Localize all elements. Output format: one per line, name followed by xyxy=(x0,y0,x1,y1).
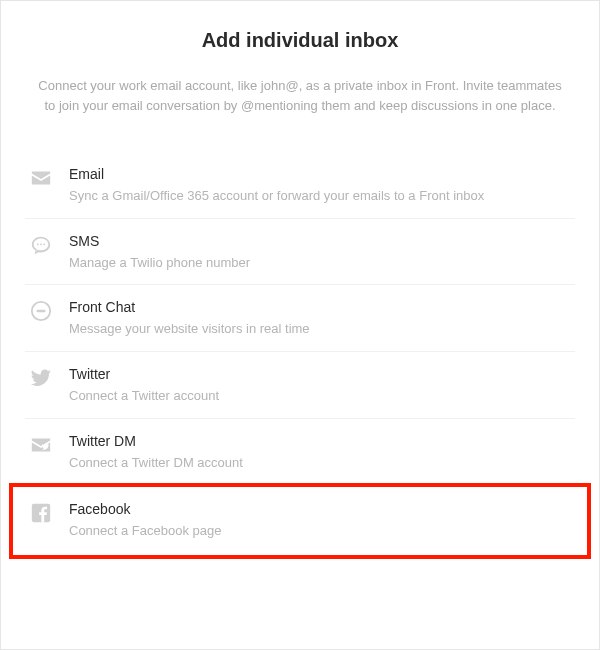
twitter-icon xyxy=(29,366,53,390)
channel-twitter[interactable]: Twitter Connect a Twitter account xyxy=(25,352,575,419)
channel-sub: Manage a Twilio phone number xyxy=(69,255,571,271)
channel-label: Email xyxy=(69,166,571,182)
channel-sub: Connect a Facebook page xyxy=(69,523,571,539)
sms-icon xyxy=(29,233,53,257)
email-icon xyxy=(29,166,53,190)
facebook-icon xyxy=(29,501,53,525)
channel-front-chat[interactable]: Front Chat Message your website visitors… xyxy=(25,285,575,352)
channel-label: Twitter xyxy=(69,366,571,382)
page-title: Add individual inbox xyxy=(25,29,575,52)
channel-label: Front Chat xyxy=(69,299,571,315)
channel-sub: Connect a Twitter account xyxy=(69,388,571,404)
channel-sub: Message your website visitors in real ti… xyxy=(69,321,571,337)
channel-sub: Sync a Gmail/Office 365 account or forwa… xyxy=(69,188,571,204)
channel-list: Email Sync a Gmail/Office 365 account or… xyxy=(25,152,575,557)
channel-facebook[interactable]: Facebook Connect a Facebook page xyxy=(11,485,589,557)
channel-email[interactable]: Email Sync a Gmail/Office 365 account or… xyxy=(25,152,575,219)
channel-sub: Connect a Twitter DM account xyxy=(69,455,571,471)
channel-sms[interactable]: SMS Manage a Twilio phone number xyxy=(25,219,575,286)
channel-twitter-dm[interactable]: Twitter DM Connect a Twitter DM account xyxy=(25,419,575,486)
page-description: Connect your work email account, like jo… xyxy=(25,76,575,116)
front-chat-icon xyxy=(29,299,53,323)
svg-rect-1 xyxy=(36,310,45,313)
channel-label: Facebook xyxy=(69,501,571,517)
channel-label: Twitter DM xyxy=(69,433,571,449)
twitter-dm-icon xyxy=(29,433,53,457)
channel-label: SMS xyxy=(69,233,571,249)
